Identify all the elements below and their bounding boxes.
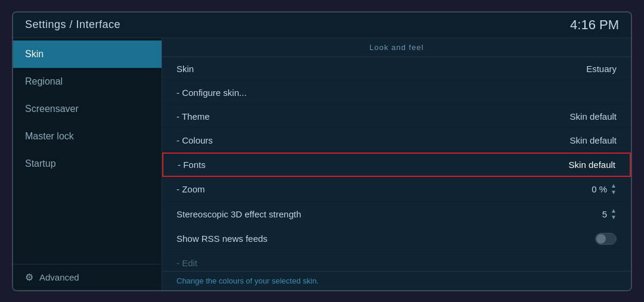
setting-value-theme: Skin default (570, 111, 617, 122)
setting-label-edit: - Edit (177, 258, 197, 268)
toggle-rss[interactable] (595, 233, 617, 245)
setting-row-configure-skin: - Configure skin... (162, 81, 631, 105)
gear-icon: ⚙ (25, 272, 33, 283)
section-header: Look and feel (162, 38, 631, 57)
setting-row-colours[interactable]: - ColoursSkin default (162, 129, 631, 152)
setting-value-zoom: 0 %▲▼ (592, 183, 617, 195)
setting-value-colours: Skin default (570, 135, 617, 145)
setting-row-skin[interactable]: SkinEstuary (162, 57, 631, 81)
window-title: Settings / Interface (25, 18, 120, 31)
setting-value-fonts: Skin default (569, 160, 615, 170)
content-area: Look and feel SkinEstuary- Configure ski… (162, 38, 631, 290)
setting-row-rss[interactable]: Show RSS news feeds (162, 227, 631, 251)
advanced-button[interactable]: ⚙ Advanced (13, 264, 162, 290)
setting-label-skin: Skin (177, 64, 194, 74)
setting-label-rss: Show RSS news feeds (177, 233, 268, 244)
sidebar-nav: SkinRegionalScreensaverMaster lockStartu… (13, 38, 162, 264)
setting-row-theme[interactable]: - ThemeSkin default (162, 105, 631, 129)
setting-label-configure-skin: - Configure skin... (177, 88, 247, 98)
footer-hint: Change the colours of your selected skin… (162, 271, 631, 290)
setting-label-3d-effect: Stereoscopic 3D effect strength (177, 209, 301, 219)
sidebar-item-startup[interactable]: Startup (13, 150, 162, 178)
setting-value-skin: Estuary (586, 64, 617, 74)
setting-row-fonts[interactable]: - FontsSkin default (162, 152, 631, 177)
setting-label-colours: - Colours (177, 135, 213, 145)
arrow-up-icon[interactable]: ▲ (611, 183, 617, 189)
sidebar: SkinRegionalScreensaverMaster lockStartu… (13, 38, 162, 290)
setting-value-3d-effect: 5▲▼ (602, 208, 617, 220)
sidebar-item-master-lock[interactable]: Master lock (13, 123, 162, 150)
settings-window: Settings / Interface 4:16 PM SkinRegiona… (12, 11, 632, 291)
setting-label-zoom: - Zoom (177, 184, 205, 194)
advanced-label: Advanced (39, 272, 79, 282)
clock: 4:16 PM (570, 17, 619, 33)
sidebar-item-regional[interactable]: Regional (13, 68, 162, 95)
spinner-zoom[interactable]: ▲▼ (611, 183, 617, 195)
setting-row-zoom[interactable]: - Zoom0 %▲▼ (162, 177, 631, 202)
toggle-knob (596, 234, 606, 244)
arrow-up-icon[interactable]: ▲ (611, 208, 617, 214)
setting-row-3d-effect[interactable]: Stereoscopic 3D effect strength5▲▼ (162, 202, 631, 227)
arrow-down-icon[interactable]: ▼ (611, 214, 617, 220)
settings-list: SkinEstuary- Configure skin...- ThemeSki… (162, 57, 631, 271)
setting-number-zoom: 0 % (592, 184, 607, 194)
setting-row-edit: - Edit (162, 251, 631, 271)
sidebar-item-screensaver[interactable]: Screensaver (13, 95, 162, 123)
arrow-down-icon[interactable]: ▼ (611, 189, 617, 195)
main-content: SkinRegionalScreensaverMaster lockStartu… (13, 38, 631, 290)
sidebar-item-skin[interactable]: Skin (13, 41, 162, 68)
setting-label-fonts: - Fonts (178, 160, 206, 170)
spinner-3d-effect[interactable]: ▲▼ (611, 208, 617, 220)
title-bar: Settings / Interface 4:16 PM (13, 13, 631, 38)
setting-number-3d-effect: 5 (602, 209, 607, 219)
setting-label-theme: - Theme (177, 111, 210, 122)
